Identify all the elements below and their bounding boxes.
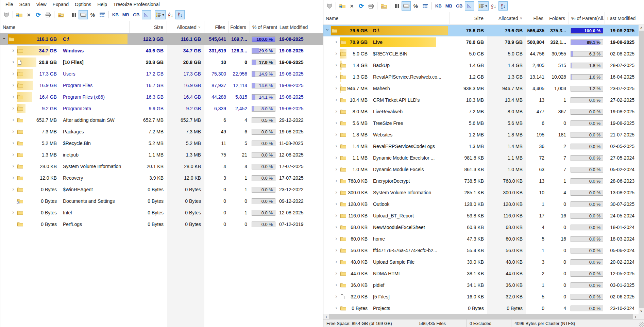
stop-scan-button[interactable]: ✕ — [24, 10, 33, 19]
chevron-collapsed-icon[interactable]: › — [11, 128, 16, 134]
name-cell[interactable]: ›16.9 GBProgram Files — [0, 80, 130, 91]
tree-row[interactable]: ›8.0 MBLiveRevalweb7.2 MB8.0 MB4773670.0… — [323, 106, 639, 117]
tree-row[interactable]: ›1.3 MBinetpub1.1 MB1.3 MB75210.0 %12-08… — [0, 149, 323, 161]
tree-row[interactable]: ›0 BytesProjects0 Bytes0 Bytes040.0 %23-… — [323, 303, 639, 314]
chevron-collapsed-icon[interactable]: › — [11, 94, 16, 100]
name-cell[interactable]: ›0 BytesProjects — [323, 303, 450, 314]
name-cell[interactable]: ›70.9 GBLive — [323, 36, 450, 48]
name-cell[interactable]: ›17.3 GBUsers — [0, 68, 130, 80]
dropdown-arrow-icon[interactable]: ▼ — [162, 13, 165, 17]
tree-row[interactable]: ›34.7 GBWindows40.6 GB34.7 GB331,619126,… — [0, 45, 323, 56]
name-cell[interactable]: ›7.3 MBPackages — [0, 126, 130, 137]
chevron-expanded-icon[interactable]: › — [324, 27, 331, 33]
name-cell[interactable]: ›1.4 MBRevalERPServicesCodeLogs — [323, 141, 450, 152]
name-cell[interactable]: ›32.0 KB[5 Files] — [323, 291, 450, 303]
tree-row[interactable]: ›9.2 GBProgramData9.9 GB9.2 GB6,3392,452… — [0, 103, 323, 114]
horizontal-scroll-thumb[interactable] — [329, 314, 633, 319]
name-cell[interactable]: ›1.8 MBWebsites — [323, 129, 450, 141]
tree-row[interactable]: ›116.1 GBC:\122.3 GB116.1 GB545,641169,7… — [0, 33, 323, 45]
name-cell[interactable]: ↗0 BytesDocuments and Settings — [0, 195, 130, 207]
size-bars-view-button[interactable] — [402, 1, 411, 11]
column-header-percent-of-parent[interactable]: % of Parent(All... — [569, 12, 605, 24]
name-cell[interactable]: ›1.0 MBDynamic Module Excels — [323, 164, 450, 175]
tree-row[interactable]: ›1.4 MBRevalERPServicesCodeLogs1.3 MB1.4… — [323, 141, 639, 152]
scroll-down-icon[interactable]: ∨ — [639, 308, 644, 314]
chevron-collapsed-icon[interactable]: › — [11, 47, 16, 53]
name-cell[interactable]: ›16.4 GBProgram Files (x86) — [0, 91, 130, 103]
tree-row[interactable]: ›17.3 GBUsers17.2 GB17.3 GB75,30022,9561… — [0, 68, 323, 80]
chevron-collapsed-icon[interactable]: › — [334, 85, 339, 91]
name-cell[interactable]: ›34.7 GBWindows — [0, 45, 130, 56]
name-cell[interactable]: ›36.0 KBpidief — [323, 279, 450, 291]
tree-row[interactable]: ›0 Bytes$WinREAgent0 Bytes0 Bytes010.0 %… — [0, 184, 323, 195]
view-mode-list-button[interactable]: ▼ — [155, 10, 166, 19]
column-header-files[interactable]: Files — [526, 12, 547, 24]
auto-units-button[interactable] — [465, 1, 474, 11]
column-header-folders[interactable]: Folders — [547, 12, 569, 24]
size-bars-view-button[interactable] — [79, 10, 88, 19]
tree-row[interactable]: ›70.9 GBLive70.0 GB70.9 GB500,804332,1..… — [323, 36, 639, 48]
tree-row[interactable]: ›48.0 KBUpload Sample File39.0 KB48.0 KB… — [323, 256, 639, 268]
column-header-files[interactable]: Files — [204, 21, 229, 33]
menu-item-treesize-professional[interactable]: TreeSize Professional — [110, 1, 163, 8]
file-manager-button[interactable] — [56, 10, 65, 19]
tree-row[interactable]: 0 BytesPerfLogs0 Bytes0 Bytes000.0 %07-1… — [0, 218, 323, 230]
tree-row[interactable]: ›116.0 KBUpload_BT_Report53.8 KB116.0 KB… — [323, 210, 639, 222]
tree-row[interactable]: ›32.0 KB[5 Files]16.0 KB32.0 KB500.0 %02… — [323, 291, 639, 303]
column-header-name[interactable]: Name — [0, 21, 130, 33]
name-cell[interactable]: 0 BytesPerfLogs — [0, 218, 130, 230]
tree-row[interactable]: ›7.3 MBPackages7.2 MB7.3 MB4960.0 %19-08… — [0, 126, 323, 137]
chevron-collapsed-icon[interactable]: › — [11, 186, 16, 192]
print-button[interactable] — [43, 10, 52, 19]
chevron-collapsed-icon[interactable]: › — [11, 105, 16, 111]
tree-row[interactable]: ›128.0 KBOutlook128.0 KB128.0 KB100.0 %3… — [323, 198, 639, 210]
chevron-collapsed-icon[interactable]: › — [334, 108, 339, 114]
name-cell[interactable]: ›5.2 MB$Recycle.Bin — [0, 137, 130, 149]
tree-row[interactable]: ›79.6 GBD:\78.6 GB79.6 GB566,435375,3...… — [323, 25, 639, 36]
name-cell[interactable]: ›1.1 MBDynamic Module Excelsfor ... — [323, 152, 450, 164]
chevron-collapsed-icon[interactable]: › — [334, 235, 339, 242]
vertical-scroll-thumb[interactable] — [639, 31, 644, 308]
values-grid-view-button[interactable] — [98, 10, 107, 19]
tree-row[interactable]: ›1.3 GBRevalAPIService.Revalweb.co...1.2… — [323, 71, 639, 83]
chevron-collapsed-icon[interactable]: › — [11, 175, 16, 181]
name-cell[interactable]: ›9.2 GBProgramData — [0, 103, 130, 114]
percent-view-button[interactable]: % — [88, 10, 97, 19]
chevron-collapsed-icon[interactable]: › — [11, 209, 16, 215]
chevron-collapsed-icon[interactable]: › — [11, 163, 16, 169]
vertical-scrollbar[interactable]: ∧ ∨ — [639, 25, 644, 314]
chevron-collapsed-icon[interactable]: › — [334, 131, 339, 137]
scroll-up-icon[interactable]: ∧ — [639, 25, 644, 31]
name-cell[interactable]: ›48.0 KBUpload Sample File — [323, 256, 450, 268]
chevron-collapsed-icon[interactable]: › — [334, 259, 339, 265]
tree-row[interactable]: ›1.0 MBDynamic Module Excels861.3 KB1.0 … — [323, 164, 639, 175]
tree-row[interactable]: ›60.0 KBhome47.3 KB60.0 KB5160.0 %18-03-… — [323, 233, 639, 245]
tree-row[interactable]: ›16.4 GBProgram Files (x86)16.3 GB16.4 G… — [0, 91, 323, 103]
tree-row[interactable]: ›36.0 KBpidief34.1 KB36.0 KB100.0 %03-01… — [323, 279, 639, 291]
column-header-folders[interactable]: Folders — [229, 21, 250, 33]
name-cell[interactable]: ›79.6 GBD:\ — [323, 25, 450, 36]
sort-alphabetical-button[interactable]: AZ↓ — [166, 10, 175, 19]
name-cell[interactable]: ›56.0 KBffd47176-576a-4774-9cf0-b2... — [323, 245, 450, 256]
chevron-collapsed-icon[interactable]: › — [334, 212, 339, 218]
scroll-left-icon[interactable]: ‹ — [323, 314, 329, 319]
tree-row[interactable]: ›56.0 KBffd47176-576a-4774-9cf0-b2...55.… — [323, 245, 639, 256]
tree-row[interactable]: ›1.8 MBWebsites1.2 MB1.8 MB1951810.0 %21… — [323, 129, 639, 141]
name-cell[interactable]: ›8.0 MBLiveRevalweb — [323, 106, 450, 117]
chevron-collapsed-icon[interactable]: › — [334, 178, 339, 184]
select-directory-button[interactable] — [338, 1, 347, 11]
column-header-last-modified[interactable]: Last Modified — [277, 21, 323, 33]
name-cell[interactable]: ›1.3 MBinetpub — [0, 149, 130, 161]
column-header-allocated[interactable]: Allocated∨ — [167, 21, 204, 33]
values-grid-view-button[interactable] — [421, 1, 430, 11]
tree-row[interactable]: ›5.0 GB$RECYCLE.BIN5.0 GB5.0 GB44,75630,… — [323, 48, 639, 60]
name-cell[interactable]: ›652.7 MBAfter adding domain SW — [0, 114, 130, 126]
unit-kb-button[interactable]: KB — [111, 10, 120, 19]
tree-row[interactable]: ›946.7 MBMahesh938.3 MB946.7 MB4,4051,00… — [323, 83, 639, 94]
name-cell[interactable]: ›116.1 GBC:\ — [0, 33, 130, 45]
app-logo-button[interactable] — [325, 1, 334, 11]
tree-row[interactable]: ›1.1 MBDynamic Module Excelsfor ...981.8… — [323, 152, 639, 164]
name-cell[interactable]: ›20.8 GB[10 Files] — [0, 56, 130, 68]
chevron-collapsed-icon[interactable]: › — [334, 166, 339, 172]
tree-row[interactable]: ›68.0 KBNewMooduleExcelSheet60.8 KB68.0 … — [323, 222, 639, 233]
